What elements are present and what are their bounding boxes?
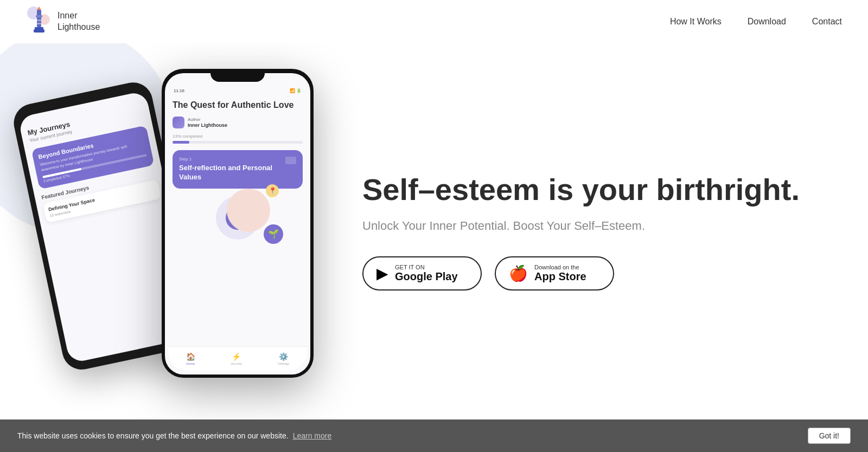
settings-icon: ⚙️ — [279, 352, 288, 361]
nav-link-contact[interactable]: Contact — [812, 17, 842, 26]
phone-front-screen: 11:16 📶 🔋 The Quest for Authentic Love A… — [165, 73, 310, 374]
navbar: Inner Lighthouse How It Works Download C… — [0, 0, 868, 43]
nav-link-how-it-works[interactable]: How It Works — [670, 17, 722, 26]
svg-rect-3 — [36, 15, 42, 17]
plant-icon: 🌱 — [264, 224, 283, 244]
phone-notch — [210, 69, 265, 82]
app-store-button[interactable]: 🍎 Download on the App Store — [495, 256, 614, 290]
google-play-button[interactable]: ▶ GET IT ON Google Play — [362, 256, 482, 290]
phones-container: My Journeys Your current journey Beyond … — [26, 69, 330, 394]
step-icon — [285, 157, 296, 164]
hero-text: Self–esteem is your birthright. Unlock Y… — [330, 172, 842, 290]
completed-label: 13% completed — [173, 134, 303, 139]
svg-rect-7 — [37, 20, 41, 21]
hero-section: My Journeys Your current journey Beyond … — [0, 43, 868, 419]
svg-rect-2 — [37, 10, 41, 27]
store-buttons: ▶ GET IT ON Google Play 🍎 Download on th… — [362, 256, 842, 290]
bottom-nav-settings[interactable]: ⚙️ Settings — [278, 352, 290, 365]
bottom-nav-journey[interactable]: ⚡ Journey — [231, 352, 242, 365]
logo-text: Inner Lighthouse — [58, 10, 100, 33]
bottom-nav: 🏠 Home ⚡ Journey ⚙️ Settings — [168, 346, 307, 370]
author-avatar — [173, 117, 184, 128]
illustration-area: 🌱 📍 🌱 — [173, 194, 303, 244]
phone-front: 11:16 📶 🔋 The Quest for Authentic Love A… — [162, 69, 314, 378]
apple-icon: 🍎 — [509, 264, 528, 282]
hero-headline: Self–esteem is your birthright. — [362, 172, 842, 207]
nav-link-download[interactable]: Download — [748, 17, 786, 26]
logo[interactable]: Inner Lighthouse — [26, 5, 100, 38]
journey-icon: ⚡ — [232, 352, 241, 361]
google-play-icon: ▶ — [376, 264, 388, 282]
svg-rect-5 — [35, 27, 43, 29]
quest-title: The Quest for Authentic Love — [173, 100, 303, 111]
pin-icon: 📍 — [266, 184, 279, 197]
nav-links: How It Works Download Contact — [670, 17, 842, 27]
author-row: Author Inner Lighthouse — [173, 117, 303, 128]
hero-subheadline: Unlock Your Inner Potential. Boost Your … — [362, 218, 842, 235]
pink-circle — [227, 189, 270, 232]
svg-rect-8 — [37, 23, 41, 24]
logo-icon — [26, 5, 52, 38]
step-card: Step 1 Self-reflection and Personal Valu… — [173, 150, 303, 189]
progress-fill — [173, 141, 189, 144]
screen-main-content: The Quest for Authentic Love Author Inne… — [165, 95, 310, 248]
svg-rect-6 — [34, 29, 44, 33]
home-icon: 🏠 — [186, 352, 195, 361]
progress-track — [173, 141, 303, 144]
bottom-nav-home[interactable]: 🏠 Home — [186, 352, 195, 365]
